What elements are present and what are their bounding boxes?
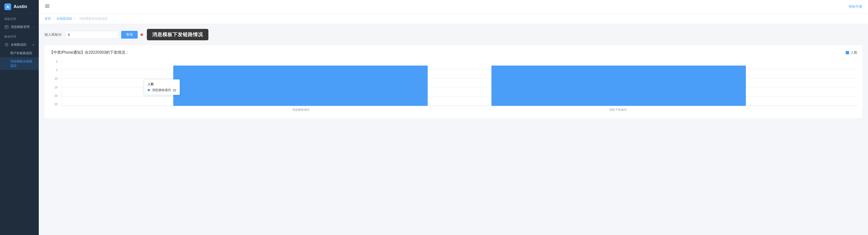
y-label-25: 25 [50, 103, 59, 106]
sidebar-item-template-management[interactable]: 消息模板管理 › [0, 23, 39, 31]
bar-chart: 25 20 15 10 5 0 [50, 60, 857, 113]
section-title-data: 数据管理 [0, 31, 39, 40]
chevron-down-icon: ∨ [32, 43, 34, 46]
sidebar-item-label-trace: 全链路追踪 [11, 43, 26, 47]
sidebar-subitem-message-trace[interactable]: 消息模板全链路追踪 [0, 57, 39, 70]
breadcrumb-home[interactable]: 首页 [44, 17, 51, 20]
chart-plot-area [62, 60, 857, 106]
x-label-1: 消息接收成功 [142, 108, 460, 112]
x-label-2: 消息下发成功 [460, 108, 777, 112]
query-input[interactable] [65, 31, 118, 38]
sidebar-item-trace[interactable]: 全链路追踪 ∨ [0, 40, 39, 49]
chevron-right-icon: › [33, 25, 34, 29]
sidebar: Austin 模板管理 消息模板管理 › 数据管理 全链路追踪 ∨ 用户全链路追… [0, 0, 39, 235]
app-title: Austin [13, 4, 27, 9]
y-label-15: 15 [50, 86, 59, 89]
chart-wrapper: 【中奖iPhone通知】在20220303的下发情况： 人数 25 20 15 … [44, 45, 862, 118]
svg-rect-1 [5, 25, 8, 28]
trace-icon [4, 43, 9, 47]
bar-message-receive[interactable] [173, 66, 428, 106]
sidebar-subitem-label-message-trace: 消息模板全链路追踪 [10, 59, 32, 68]
sidebar-logo: Austin [0, 0, 39, 14]
app-logo-icon [4, 3, 11, 10]
y-label-20: 20 [50, 94, 59, 98]
tooltip-series-dot [148, 89, 150, 91]
bar-group-1 [173, 60, 428, 106]
legend-label: 人数 [850, 51, 857, 55]
tooltip-indicator-dot [141, 33, 143, 36]
help-link[interactable]: 帮助手册 [848, 5, 862, 9]
main-content: 帮助手册 首页 / 全链路追踪 / 消息模板全链路追踪 输入模板Id: 查询 消… [39, 0, 868, 235]
tooltip-title: 人数 [148, 82, 176, 86]
bar-group-2 [491, 60, 746, 106]
breadcrumb-sep-1: / [53, 17, 55, 20]
tooltip-item-label: 消息接收成功 [152, 88, 171, 92]
menu-icon[interactable] [44, 3, 50, 10]
y-label-10: 10 [50, 77, 59, 80]
tooltip-row: 消息接收成功 22 [148, 88, 176, 92]
chart-title: 【中奖iPhone通知】在20220303的下发情况： [50, 50, 129, 55]
y-label-5: 5 [50, 69, 59, 72]
bar-message-send[interactable] [491, 66, 746, 106]
sidebar-item-label-template-management: 消息模板管理 [11, 25, 30, 29]
query-bar: 输入模板Id: 查询 消息模板下发链路情况 [44, 29, 862, 40]
breadcrumb-sep-2: / [74, 17, 76, 20]
legend-color-dot [846, 51, 849, 54]
tooltip-item-value: 22 [173, 88, 176, 92]
breadcrumb-current: 消息模板全链路追踪 [79, 17, 107, 20]
y-axis: 25 20 15 10 5 0 [50, 60, 59, 106]
section-title-template: 模板管理 [0, 14, 39, 23]
query-label: 输入模板Id: [44, 32, 62, 37]
title-tooltip: 消息模板下发链路情况 [147, 29, 208, 40]
chart-tooltip: 人数 消息接收成功 22 [144, 79, 180, 95]
sidebar-subitem-label-user-trace: 用户全链路追踪 [10, 51, 32, 55]
chart-header: 【中奖iPhone通知】在20220303的下发情况： 人数 [50, 50, 857, 55]
content-area: 输入模板Id: 查询 消息模板下发链路情况 【中奖iPhone通知】在20220… [39, 24, 868, 235]
bars-container [62, 60, 857, 106]
query-button[interactable]: 查询 [121, 31, 137, 38]
sidebar-subitem-user-trace[interactable]: 用户全链路追踪 [0, 49, 39, 57]
top-bar: 帮助手册 [39, 0, 868, 14]
x-labels: 消息接收成功 消息下发成功 [62, 106, 857, 113]
breadcrumb-trace[interactable]: 全链路追踪 [57, 17, 72, 20]
template-management-icon [4, 25, 9, 29]
breadcrumb: 首页 / 全链路追踪 / 消息模板全链路追踪 [39, 14, 868, 24]
svg-rect-0 [6, 5, 10, 9]
y-label-0: 0 [50, 60, 59, 63]
chart-legend: 人数 [846, 51, 857, 55]
